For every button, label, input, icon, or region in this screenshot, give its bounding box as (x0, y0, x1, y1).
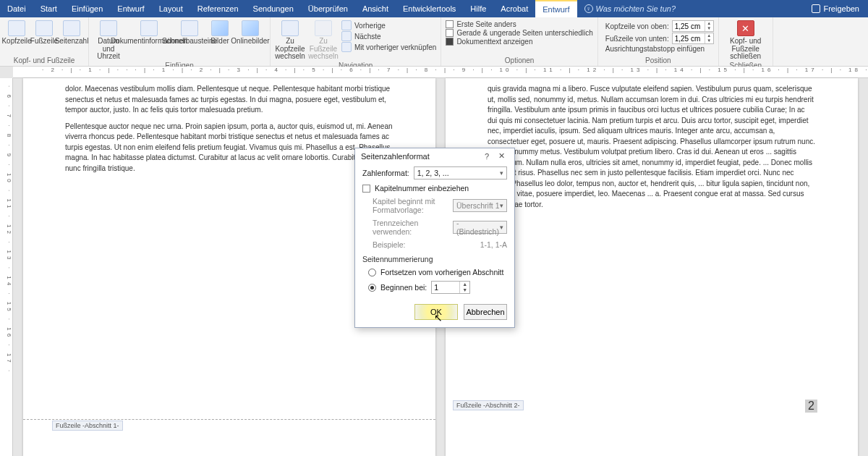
up-arrow-icon (341, 20, 352, 30)
group-options-label: Optionen (446, 56, 592, 64)
dialog-titlebar[interactable]: Seitenzahlenformat ? ✕ (355, 148, 514, 164)
page1-footer-zone[interactable] (23, 419, 435, 420)
tab-devtools[interactable]: Entwicklertools (396, 0, 463, 17)
pos-bottom-label: Fußzeile von unten: (605, 35, 669, 43)
chapter-style-value: Überschrift 1 (456, 201, 500, 210)
page1-para1: dolor. Maecenas vestibulum mollis diam. … (65, 84, 393, 116)
onlinepictures-button[interactable]: Onlinebilder (235, 19, 265, 46)
tab-file[interactable]: Datei (0, 0, 33, 17)
opt-first-page[interactable]: Erste Seite anders (446, 20, 592, 28)
number-format-value: 1, 2, 3, ... (417, 169, 449, 177)
spin-up-icon[interactable]: ▲ (459, 282, 469, 287)
page-numbering-label: Seitennummerierung (362, 255, 507, 263)
goto-header-button[interactable]: Zu Kopfzeile wechseln (275, 19, 305, 61)
tell-me-search[interactable]: ♀ Was möchten Sie tun? (577, 0, 683, 17)
group-hf-label: Kopf- und Fußzeile (4, 56, 84, 64)
pagenumber-button[interactable]: Seitenzahl (59, 19, 84, 46)
goto-footer-button[interactable]: Zu Fußzeile wechseln (308, 19, 339, 61)
examples-value: 1-1, 1-A (480, 240, 507, 249)
dialog-help-button[interactable]: ? (480, 152, 494, 161)
opt-show-doctext[interactable]: Dokumenttext anzeigen (446, 38, 592, 46)
start-at-spinner[interactable]: ▲▼ (431, 281, 470, 294)
goto-footer-label: Zu Fußzeile wechseln (308, 38, 339, 61)
spin-down-icon[interactable]: ▼ (705, 26, 713, 31)
header-button[interactable]: Kopfzeile (4, 19, 29, 46)
tab-design[interactable]: Entwurf (110, 0, 151, 17)
footer-button[interactable]: Fußzeile (32, 19, 56, 46)
group-navigation: Zu Kopfzeile wechseln Zu Fußzeile wechse… (271, 17, 441, 66)
share-button[interactable]: Freigeben (803, 0, 868, 17)
vertical-ruler[interactable]: · 6 · 7 · 8 · 9 · 10 · 11 · 12 · 13 · 14… (0, 78, 13, 456)
start-at-label: Beginnen bei: (380, 283, 427, 292)
close-hf-label: Kopf- und Fußzeile schließen (723, 38, 768, 61)
nav-next-label: Nächste (354, 33, 381, 41)
pos-top-label: Kopfzeile von oben: (605, 22, 669, 30)
group-options: Erste Seite anders Gerade & ungerade Sei… (441, 17, 597, 66)
tab-layout[interactable]: Layout (152, 0, 190, 17)
spin-up-icon[interactable]: ▲ (705, 21, 713, 26)
dialog-close-button[interactable]: ✕ (494, 151, 509, 161)
spin-up-icon[interactable]: ▲ (705, 33, 713, 38)
header-top-input[interactable] (673, 22, 705, 30)
cancel-button[interactable]: Abbrechen (464, 304, 507, 320)
pictures-button[interactable]: Bilder (208, 19, 232, 46)
tab-acrobat[interactable]: Acrobat (493, 0, 535, 17)
dialog-title: Seitenzahlenformat (361, 152, 430, 161)
close-header-footer-button[interactable]: Kopf- und Fußzeile schließen (723, 19, 768, 61)
nav-next-button[interactable]: Nächste (341, 31, 436, 41)
include-chapter-checkbox[interactable] (362, 185, 370, 193)
group-header-footer: Kopfzeile Fußzeile Seitenzahl Kopf- und … (0, 17, 89, 66)
tab-mailings[interactable]: Sendungen (246, 0, 301, 17)
examples-label: Beispiele: (373, 240, 476, 249)
footer-label: Fußzeile (30, 38, 58, 46)
separator-select: - (Bindestrich) (453, 221, 507, 234)
pos-header-row: Kopfzeile von oben: ▲▼ (603, 20, 714, 32)
down-arrow-icon (341, 31, 352, 41)
quickparts-button[interactable]: Schnellbausteine (174, 19, 205, 46)
page2-page-number[interactable]: 2 (805, 400, 817, 413)
group-insert: Datum und Uhrzeit Dokumentinformationen … (89, 17, 271, 66)
ok-label: OK (430, 308, 442, 316)
nav-prev-label: Vorherige (354, 22, 386, 30)
ribbon: Kopfzeile Fußzeile Seitenzahl Kopf- und … (0, 17, 868, 67)
checkbox-icon (446, 20, 454, 28)
number-format-label: Zahlenformat: (362, 169, 409, 177)
start-at-input[interactable] (432, 282, 459, 293)
spin-down-icon[interactable]: ▼ (705, 38, 713, 43)
footer-from-bottom-spinner[interactable]: ▲▼ (672, 33, 714, 44)
opt-odd-even[interactable]: Gerade & ungerade Seiten unterschiedlich (446, 29, 592, 37)
opt-doctext-label: Dokumenttext anzeigen (456, 38, 532, 46)
tell-me-text: Was möchten Sie tun? (596, 4, 676, 13)
goto-header-label: Zu Kopfzeile wechseln (275, 38, 305, 61)
tab-help[interactable]: Hilfe (463, 0, 493, 17)
tab-review[interactable]: Überprüfen (301, 0, 355, 17)
tab-bar: Datei Start Einfügen Entwurf Layout Refe… (0, 0, 868, 17)
ok-button[interactable]: OK ↖ (414, 304, 458, 320)
start-at-radio[interactable] (368, 284, 376, 292)
tab-insert[interactable]: Einfügen (64, 0, 110, 17)
tab-references[interactable]: Referenzen (190, 0, 246, 17)
page2-footer-tab: Fußzeile -Abschnitt 2- (453, 400, 524, 410)
tab-context-design[interactable]: Entwurf (535, 0, 576, 17)
opt-first-label: Erste Seite anders (456, 20, 516, 28)
horizontal-ruler[interactable]: · 2 · | · 1 · | · · · | · 1 · | · 2 · | … (13, 67, 868, 78)
page2-para1: quis gravida magna mi a libero. Fusce vu… (488, 84, 816, 210)
group-position: Kopfzeile von oben: ▲▼ Fußzeile von unte… (598, 17, 719, 66)
link-previous-button[interactable]: Mit vorheriger verknüpfen (341, 42, 436, 52)
tab-start[interactable]: Start (33, 0, 64, 17)
opt-oddeven-label: Gerade & ungerade Seiten unterschiedlich (456, 29, 592, 37)
header-label: Kopfzeile (1, 38, 31, 46)
pictures-label: Bilder (210, 38, 229, 46)
insert-align-tab-button[interactable]: Ausrichtungstabstopp einfügen (603, 45, 714, 53)
number-format-select[interactable]: 1, 2, 3, ... (414, 166, 507, 180)
share-label: Freigeben (823, 4, 859, 13)
footer-bottom-input[interactable] (673, 35, 705, 43)
spin-down-icon[interactable]: ▼ (459, 287, 469, 293)
header-from-top-spinner[interactable]: ▲▼ (672, 20, 714, 32)
continue-radio[interactable] (368, 269, 376, 276)
nav-previous-button[interactable]: Vorherige (341, 20, 436, 30)
share-icon (812, 4, 820, 13)
group-close: Kopf- und Fußzeile schließen Schließen (719, 17, 773, 66)
tab-view[interactable]: Ansicht (355, 0, 396, 17)
separator-label: Trennzeichen verwenden: (373, 219, 448, 236)
